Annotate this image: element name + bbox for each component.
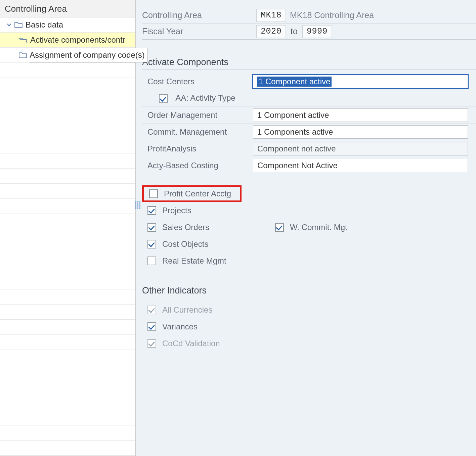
field-label: Order Management [142,110,253,120]
tree-blank-row [0,153,135,169]
tree-blank-row [0,229,135,244]
field-label: ProfitAnalysis [142,144,253,153]
tree-blank-row [0,184,135,199]
tree-blank-row [0,169,135,184]
row-cost-centers: Cost Centers 1 Component active [142,73,476,90]
checkbox-label: Real Estate Mgmt [162,256,226,266]
tree-blank-row [0,305,135,320]
checkbox-label: Cost Objects [162,239,208,249]
checkbox-label: All Currencies [162,305,212,315]
dropdown-value: Component Not Active [257,161,338,170]
tree-blank-row [0,244,135,259]
fiscal-year-to: 9999 [302,25,332,38]
header-row-controlling-area: Controlling Area MK18 MK18 Controlling A… [142,7,476,24]
field-label: Controlling Area [142,10,256,20]
tree-blank-row [0,365,135,380]
tree-blank-row [0,63,135,78]
cost-centers-dropdown[interactable]: 1 Component active [253,75,468,88]
section-title: Activate Components [142,57,476,67]
sidebar-header: Controlling Area [0,0,135,17]
tree-label: Assignment of company code(s) [30,48,148,62]
section-activate-components: Activate Components Cost Centers 1 Compo… [142,57,476,269]
row-variances: Variances [142,318,476,335]
section-title: Other Indicators [142,285,476,296]
cost-objects-checkbox[interactable] [147,240,156,248]
tree-blank-row [0,78,135,93]
sales-orders-checkbox[interactable] [147,223,156,232]
chevron-down-icon [6,22,12,28]
row-commit-management: Commit. Management 1 Components active [142,124,476,140]
splitter-handle[interactable] [135,201,139,215]
header-row-fiscal-year: Fiscal Year 2020 to 9999 [142,24,476,40]
order-management-dropdown[interactable]: 1 Component active [253,108,468,122]
tree-blank-row [0,441,135,456]
tree-blank-row [0,380,135,395]
profit-analysis-dropdown[interactable]: Component not active [253,142,468,155]
folder-open-icon [19,36,28,44]
tree-label: Basic data [26,20,63,30]
tree-blank-row [0,395,135,410]
profit-center-acctg-checkbox[interactable] [149,189,158,198]
row-profit-analysis: ProfitAnalysis Component not active [142,140,476,157]
all-currencies-checkbox [147,306,156,314]
dropdown-value: 1 Components active [257,127,333,137]
detail-panel: Controlling Area MK18 MK18 Controlling A… [136,0,476,456]
checkbox-label: Sales Orders [162,223,209,232]
dropdown-value: 1 Component active [257,77,332,87]
commit-management-dropdown[interactable]: 1 Components active [253,125,468,139]
tree-blank-row [0,350,135,365]
tree-blank-row [0,410,135,425]
to-label: to [291,27,298,36]
field-label: Commit. Management [142,127,253,137]
checkbox-label: Profit Center Acctg [164,189,231,198]
section-other-indicators: Other Indicators All Currencies Variance… [142,285,476,352]
tree-blank-row [0,335,135,350]
w-commit-mgt-checkbox[interactable] [275,223,284,232]
tree-node-basic-data[interactable]: Basic data [0,17,135,33]
tree-blank-row [0,138,135,153]
tree-node-activate-components[interactable]: Activate components/contr [0,33,135,48]
checkbox-label: Variances [162,322,198,331]
row-all-currencies: All Currencies [142,302,476,318]
field-label: Acty-Based Costing [142,161,253,170]
fiscal-year-from: 2020 [256,25,286,38]
folder-icon [19,51,27,59]
acty-based-costing-dropdown[interactable]: Component Not Active [253,159,468,172]
row-aa-activity-type: AA: Activity Type [142,90,476,107]
dropdown-value: Component not active [257,144,336,153]
row-profit-center-acctg: Profit Center Acctg [142,185,476,202]
highlight-annotation: Profit Center Acctg [142,185,242,202]
dropdown-value: 1 Component active [257,110,329,120]
controlling-area-description: MK18 Controlling Area [290,10,374,20]
row-cocd-validation: CoCd Validation [142,335,476,352]
field-label: Cost Centers [142,77,253,86]
tree-node-assignment-company-codes[interactable]: Assignment of company code(s) [0,48,135,63]
aa-activity-container: AA: Activity Type [142,93,253,103]
tree-blank-row [0,199,135,214]
row-sales-orders: Sales Orders W. Commit. Mgt [142,219,476,236]
real-estate-mgmt-checkbox[interactable] [147,257,156,265]
checkbox-label: CoCd Validation [162,339,220,348]
tree-blank-row [0,289,135,305]
tree-blank-row [0,425,135,441]
tree-blank-row [0,123,135,138]
sidebar-tree-panel: Controlling Area Basic data Activate com… [0,0,136,456]
row-order-management: Order Management 1 Component active [142,107,476,124]
tree-blank-row [0,108,135,123]
header-block: Controlling Area MK18 MK18 Controlling A… [142,0,476,40]
aa-activity-type-checkbox[interactable] [159,94,168,103]
row-projects: Projects [142,202,476,219]
tree-label: Activate components/contr [30,35,125,45]
tree-blank-row [0,259,135,274]
cocd-validation-checkbox [147,339,156,348]
field-label: Fiscal Year [142,27,256,36]
projects-checkbox[interactable] [147,206,156,215]
tree-blank-row [0,93,135,108]
tree-blank-row [0,274,135,289]
controlling-area-value: MK18 [256,9,286,22]
checkbox-label: W. Commit. Mgt [290,223,347,232]
row-cost-objects: Cost Objects [142,236,476,253]
checkbox-label: Projects [162,206,191,215]
variances-checkbox[interactable] [147,322,156,331]
checkbox-label: AA: Activity Type [175,93,235,102]
